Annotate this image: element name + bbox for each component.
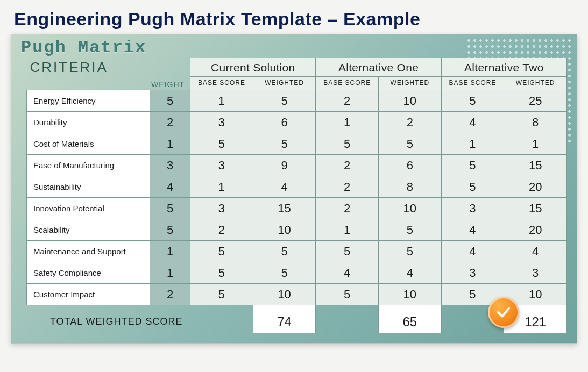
weighted-header: WEIGHTED: [379, 77, 442, 90]
weighted-cell: 25: [504, 90, 567, 112]
weighted-cell: 10: [253, 284, 316, 305]
alternative-header: Alternative One: [316, 58, 441, 77]
weighted-cell: 10: [253, 219, 316, 241]
weighted-cell: 5: [379, 133, 442, 155]
criteria-name: Durability: [27, 112, 150, 133]
criteria-weight: 1: [150, 241, 190, 262]
criteria-weight: 5: [150, 219, 190, 241]
base-score-cell: 5: [441, 90, 504, 112]
criteria-header: CRITERIA: [27, 58, 150, 77]
base-score-cell: 4: [441, 112, 504, 133]
base-score-cell: 3: [190, 155, 253, 176]
weighted-cell: 10: [379, 90, 442, 112]
weighted-header: WEIGHTED: [504, 77, 567, 90]
total-weighted-score: 74: [253, 305, 316, 333]
criteria-weight: 5: [150, 198, 190, 219]
criteria-weight: 3: [150, 155, 190, 176]
base-score-cell: 4: [316, 262, 379, 284]
weighted-cell: 5: [253, 262, 316, 284]
table-row: Customer Impact2510510510: [27, 284, 567, 305]
table-row: Energy Efficiency515210525: [27, 90, 567, 112]
pugh-matrix-table: CRITERIA WEIGHT Current Solution Alterna…: [26, 58, 567, 333]
matrix-title: Pugh Matrix: [11, 34, 577, 58]
base-score-cell: 2: [316, 155, 379, 176]
weighted-cell: 5: [379, 219, 442, 241]
base-score-cell: 3: [190, 112, 253, 133]
base-score-cell: 2: [316, 176, 379, 198]
criteria-name: Scalability: [27, 219, 150, 241]
weighted-cell: 10: [379, 198, 442, 219]
page-title: Engineering Pugh Matrix Template – Examp…: [14, 9, 577, 30]
base-score-cell: 5: [190, 262, 253, 284]
weighted-cell: 4: [379, 262, 442, 284]
weighted-cell: 15: [253, 198, 316, 219]
weighted-cell: 6: [379, 155, 442, 176]
criteria-name: Safety Compliance: [27, 262, 150, 284]
criteria-weight: 4: [150, 176, 190, 198]
table-row: Sustainability41428520: [27, 176, 567, 198]
weighted-header: WEIGHTED: [253, 77, 316, 90]
total-weighted-label: TOTAL WEIGHTED SCORE: [27, 305, 190, 333]
criteria-weight: 1: [150, 133, 190, 155]
base-score-cell: 2: [316, 198, 379, 219]
criteria-name: Innovation Potential: [27, 198, 150, 219]
alternative-header: Current Solution: [190, 58, 316, 77]
criteria-weight: 2: [150, 112, 190, 133]
weighted-cell: 5: [253, 241, 316, 262]
weighted-cell: 15: [504, 155, 567, 176]
criteria-name: Ease of Manufacturing: [27, 155, 150, 176]
table-row: Cost of Materials1555511: [27, 133, 567, 155]
table-row: Maintenance and Support1555544: [27, 241, 567, 262]
base-score-header: BASE SCORE: [190, 77, 253, 90]
weighted-cell: 1: [504, 133, 567, 155]
weighted-cell: 5: [253, 133, 316, 155]
base-score-cell: 5: [441, 155, 504, 176]
alternative-header: Alternative Two: [441, 58, 566, 77]
weighted-cell: 20: [504, 219, 567, 241]
weight-header: WEIGHT: [150, 58, 190, 90]
weighted-cell: 8: [504, 112, 567, 133]
weighted-cell: 4: [253, 176, 316, 198]
criteria-name: Energy Efficiency: [27, 90, 150, 112]
base-score-cell: 1: [190, 176, 253, 198]
criteria-name: Sustainability: [27, 176, 150, 198]
weighted-cell: 6: [253, 112, 316, 133]
criteria-name: Maintenance and Support: [27, 241, 150, 262]
base-score-cell: 5: [316, 133, 379, 155]
weighted-cell: 10: [379, 284, 442, 305]
base-score-cell: 3: [441, 262, 504, 284]
weighted-cell: 2: [379, 112, 442, 133]
base-score-cell: 5: [190, 284, 253, 305]
base-score-cell: 1: [316, 219, 379, 241]
winner-checkmark-icon: [488, 297, 519, 328]
table-row: Ease of Manufacturing33926515: [27, 155, 567, 176]
base-score-cell: 5: [190, 133, 253, 155]
weighted-cell: 8: [379, 176, 442, 198]
base-score-cell: 3: [190, 198, 253, 219]
weighted-cell: 9: [253, 155, 316, 176]
criteria-name: Cost of Materials: [27, 133, 150, 155]
pugh-matrix-card: Pugh Matrix CRITERIA WEIGHT Current Solu…: [11, 34, 577, 344]
base-score-cell: 5: [190, 241, 253, 262]
base-score-header: BASE SCORE: [441, 77, 504, 90]
base-score-cell: 5: [441, 176, 504, 198]
criteria-name: Customer Impact: [27, 284, 150, 305]
weighted-cell: 5: [253, 90, 316, 112]
total-weighted-score: 65: [379, 305, 442, 333]
weighted-cell: 15: [504, 198, 567, 219]
base-score-cell: 5: [316, 241, 379, 262]
base-score-cell: 1: [190, 90, 253, 112]
criteria-weight: 5: [150, 90, 190, 112]
base-score-cell: 4: [441, 219, 504, 241]
base-score-cell: 3: [441, 198, 504, 219]
base-score-cell: 1: [441, 133, 504, 155]
criteria-weight: 1: [150, 262, 190, 284]
base-score-cell: 2: [190, 219, 253, 241]
criteria-weight: 2: [150, 284, 190, 305]
table-row: Innovation Potential5315210315: [27, 198, 567, 219]
table-row: Durability2361248: [27, 112, 567, 133]
weighted-cell: 5: [379, 241, 442, 262]
weighted-cell: 4: [504, 241, 567, 262]
weighted-cell: 20: [504, 176, 567, 198]
base-score-cell: 1: [316, 112, 379, 133]
